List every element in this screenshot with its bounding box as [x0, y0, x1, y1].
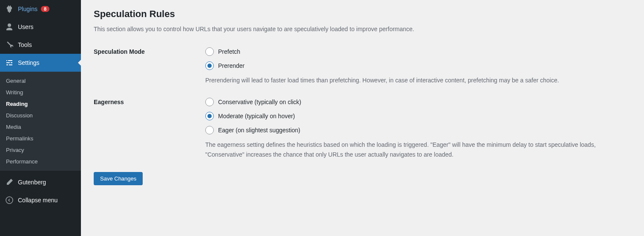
radio-label: Conservative (typically on click) [218, 99, 301, 105]
plug-icon [5, 5, 14, 13]
sidebar-item-label: Collapse menu [18, 197, 58, 204]
radio-prerender[interactable]: Prerender [205, 61, 623, 70]
sidebar-item-users[interactable]: Users [0, 18, 81, 36]
sidebar-item-gutenberg[interactable]: Gutenberg [0, 173, 81, 191]
svg-point-0 [6, 197, 13, 204]
field-speculation-mode: Speculation Mode Prefetch Prerender Prer… [94, 47, 631, 85]
field-eagerness: Eagerness Conservative (typically on cli… [94, 98, 631, 159]
page-title: Speculation Rules [94, 9, 631, 20]
sidebar-item-label: Tools [18, 41, 32, 48]
collapse-icon [5, 196, 14, 204]
radio-eager[interactable]: Eager (on slightest suggestion) [205, 126, 623, 134]
radio-icon [205, 47, 214, 56]
radio-prefetch[interactable]: Prefetch [205, 47, 623, 56]
sidebar-item-label: Gutenberg [18, 179, 46, 186]
sidebar-item-label: Users [18, 23, 34, 30]
sidebar-item-label: Settings [18, 59, 40, 66]
radio-label: Prefetch [218, 48, 240, 55]
submenu-general[interactable]: General [0, 75, 81, 87]
submenu-permalinks[interactable]: Permalinks [0, 133, 81, 144]
submenu-discussion[interactable]: Discussion [0, 110, 81, 121]
edit-icon [5, 178, 14, 186]
plugins-update-badge: 8 [41, 6, 49, 12]
wrench-icon [5, 41, 14, 49]
radio-conservative[interactable]: Conservative (typically on click) [205, 98, 623, 106]
settings-submenu: General Writing Reading Discussion Media… [0, 72, 81, 171]
submenu-reading[interactable]: Reading [0, 98, 81, 110]
section-description: This section allows you to control how U… [94, 25, 631, 34]
field-label: Speculation Mode [94, 47, 205, 85]
eagerness-help-text: The eagerness setting defines the heuris… [205, 140, 623, 159]
sliders-icon [5, 58, 14, 67]
radio-label: Eager (on slightest suggestion) [218, 127, 300, 134]
sidebar-item-tools[interactable]: Tools [0, 36, 81, 54]
admin-sidebar: Plugins 8 Users Tools Settings General W… [0, 0, 81, 236]
radio-icon [205, 98, 214, 106]
sidebar-item-settings[interactable]: Settings [0, 54, 81, 72]
submenu-privacy[interactable]: Privacy [0, 144, 81, 156]
sidebar-item-plugins[interactable]: Plugins 8 [0, 0, 81, 18]
radio-icon [205, 126, 214, 134]
submenu-performance[interactable]: Performance [0, 156, 81, 167]
user-icon [5, 23, 14, 31]
sidebar-item-label: Plugins [18, 6, 37, 12]
radio-icon [205, 61, 214, 70]
submenu-media[interactable]: Media [0, 121, 81, 133]
sidebar-item-collapse[interactable]: Collapse menu [0, 191, 81, 209]
field-label: Eagerness [94, 98, 205, 159]
radio-icon [205, 112, 214, 120]
main-content: Speculation Rules This section allows yo… [81, 0, 644, 236]
mode-help-text: Prerendering will lead to faster load ti… [205, 76, 623, 85]
radio-label: Prerender [218, 62, 244, 69]
submenu-writing[interactable]: Writing [0, 87, 81, 98]
save-button[interactable]: Save Changes [94, 172, 143, 185]
radio-label: Moderate (typically on hover) [218, 113, 295, 119]
radio-moderate[interactable]: Moderate (typically on hover) [205, 112, 623, 120]
